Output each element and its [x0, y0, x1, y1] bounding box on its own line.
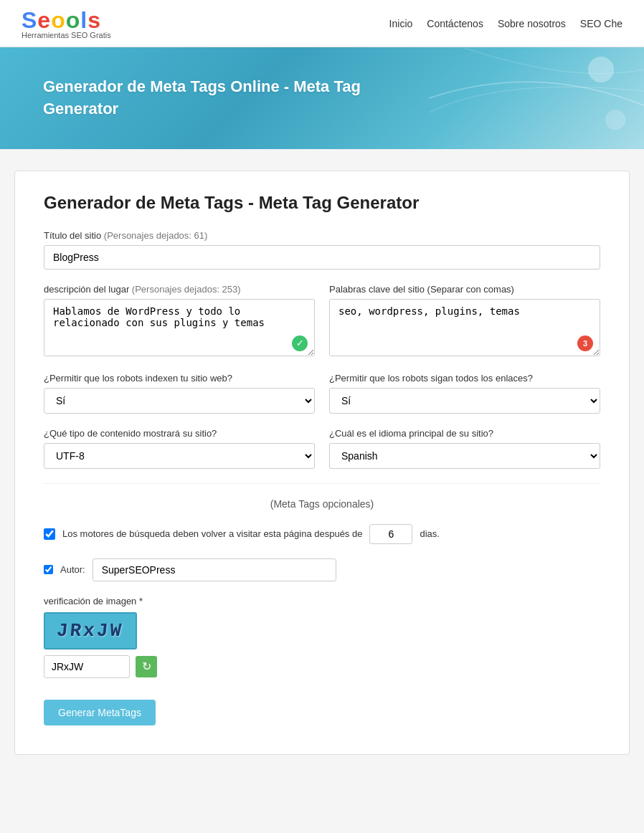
nav-seo-che[interactable]: SEO Che	[580, 18, 622, 29]
description-input[interactable]: Hablamos de WordPress y todo lo relacion…	[44, 299, 315, 356]
robots-follow-select[interactable]: Sí No	[329, 388, 600, 414]
keywords-section: Palabras clave del sitio (Separar con co…	[329, 284, 600, 358]
logo-letter-e: e	[37, 7, 51, 33]
main-wrapper: Generador de Meta Tags - Meta Tag Genera…	[0, 171, 644, 755]
author-input[interactable]	[93, 558, 336, 581]
language-select[interactable]: Spanish English French German Italian	[329, 443, 600, 469]
content-type-select[interactable]: UTF-8 ISO-8859-1	[44, 443, 315, 469]
author-row: Autor:	[44, 558, 600, 581]
hero-title: Generador de Meta Tags Online - Meta Tag…	[43, 76, 402, 120]
robots-index-label: ¿Permitir que los robots indexen tu siti…	[44, 373, 315, 384]
captcha-display-text: JRxJW	[56, 620, 125, 642]
check-icon: ✓	[292, 335, 308, 351]
robots-follow-section: ¿Permitir que los robots sigan todos los…	[329, 373, 600, 414]
site-title-section: Título del sitio (Personajes dejados: 61…	[44, 230, 600, 270]
content-type-label: ¿Qué tipo de contenido mostrará su sitio…	[44, 428, 315, 439]
revisit-unit: dias.	[420, 528, 439, 539]
keywords-wrap: <span class="keyword-seo">seo</span>, wo…	[329, 299, 600, 358]
logo-letter-l: l	[80, 7, 87, 33]
description-wrap: Hablamos de WordPress y todo lo relacion…	[44, 299, 315, 358]
captcha-refresh-button[interactable]: ↻	[136, 656, 157, 677]
language-section: ¿Cuál es el idioma principal de su sitio…	[329, 428, 600, 469]
desc-keywords-row: descripción del lugar (Personajes dejado…	[44, 284, 600, 358]
description-label: descripción del lugar (Personajes dejado…	[44, 284, 315, 295]
logo-letter-o: o	[51, 7, 66, 33]
captcha-input[interactable]	[44, 655, 130, 678]
main-card: Generador de Meta Tags - Meta Tag Genera…	[14, 171, 630, 755]
logo-text: Seools	[22, 7, 101, 34]
logo: Seools Herramientas SEO Gratis	[22, 7, 111, 39]
content-language-row: ¿Qué tipo de contenido mostrará su sitio…	[44, 428, 600, 469]
robots-row: ¿Permitir que los robots indexen tu siti…	[44, 373, 600, 414]
language-label: ¿Cuál es el idioma principal de su sitio…	[329, 428, 600, 439]
optional-title: (Meta Tags opcionales)	[44, 498, 600, 510]
revisit-row: Los motores de búsqueda deben volver a v…	[44, 524, 600, 544]
nav-inicio[interactable]: Inicio	[389, 18, 413, 29]
revisit-checkbox[interactable]	[44, 528, 55, 540]
main-nav: Inicio Contáctenos Sobre nosotros SEO Ch…	[389, 18, 622, 29]
keywords-input[interactable]: <span class="keyword-seo">seo</span>, wo…	[329, 299, 600, 356]
robots-index-select[interactable]: Sí No	[44, 388, 315, 414]
site-title-input[interactable]	[44, 245, 600, 270]
author-checkbox[interactable]	[44, 565, 53, 574]
robots-follow-label: ¿Permitir que los robots sigan todos los…	[329, 373, 600, 384]
content-type-section: ¿Qué tipo de contenido mostrará su sitio…	[44, 428, 315, 469]
captcha-input-row: ↻	[44, 655, 600, 678]
captcha-label: verificación de imagen *	[44, 596, 600, 606]
description-section: descripción del lugar (Personajes dejado…	[44, 284, 315, 358]
logo-tagline: Herramientas SEO Gratis	[22, 31, 111, 39]
author-label: Autor:	[60, 564, 85, 575]
site-header: Seools Herramientas SEO Gratis Inicio Co…	[0, 0, 644, 47]
optional-section: (Meta Tags opcionales) Los motores de bú…	[44, 483, 600, 725]
captcha-section: verificación de imagen * JRxJW ↻	[44, 596, 600, 678]
logo-letter-s2: s	[87, 7, 101, 33]
site-title-chars: (Personajes dejados: 61)	[104, 230, 208, 241]
keywords-badge: 3	[577, 335, 593, 351]
logo-letter-o2: o	[66, 7, 81, 33]
robots-index-section: ¿Permitir que los robots indexen tu siti…	[44, 373, 315, 414]
generate-metatags-button[interactable]: Generar MetaTags	[44, 700, 156, 725]
revisit-label: Los motores de búsqueda deben volver a v…	[62, 528, 362, 539]
hero-banner: Generador de Meta Tags Online - Meta Tag…	[0, 47, 644, 149]
nav-contactenos[interactable]: Contáctenos	[427, 18, 483, 29]
description-chars: (Personajes dejados: 253)	[132, 284, 241, 295]
captcha-image: JRxJW	[44, 612, 137, 649]
logo-letter-s1: S	[22, 7, 37, 33]
keywords-label: Palabras clave del sitio (Separar con co…	[329, 284, 600, 295]
page-title: Generador de Meta Tags - Meta Tag Genera…	[44, 193, 600, 213]
site-title-label: Título del sitio (Personajes dejados: 61…	[44, 230, 600, 241]
nav-sobre-nosotros[interactable]: Sobre nosotros	[498, 18, 566, 29]
revisit-days-input[interactable]	[369, 524, 412, 544]
